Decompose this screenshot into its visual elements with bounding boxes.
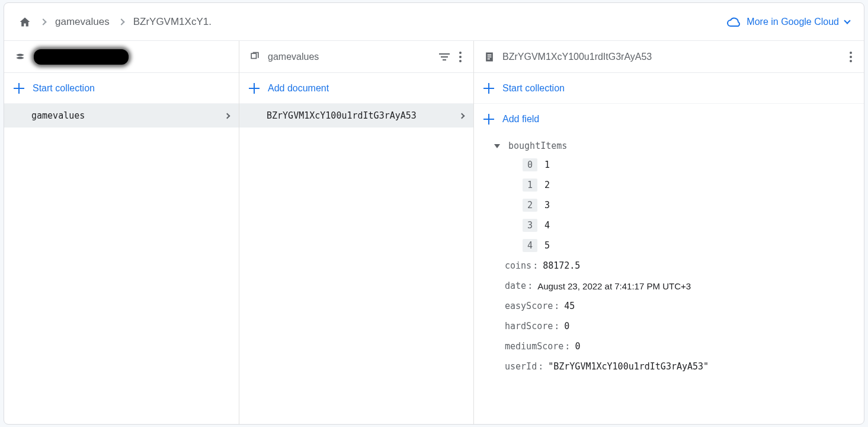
home-icon[interactable] [18, 16, 31, 28]
add-field-label: Add field [502, 114, 539, 125]
field-row[interactable]: easyScore:45 [474, 296, 864, 316]
array-index: 1 [523, 179, 537, 192]
breadcrumb-item[interactable]: gamevalues [55, 16, 110, 28]
add-document-button[interactable]: Add document [239, 73, 473, 104]
array-value: 3 [544, 200, 550, 211]
field-key: boughtItems [508, 141, 567, 151]
field-value: 0 [575, 341, 580, 352]
document-detail-title: BZrYGVM1XcY100u1rdItG3rAyA53 [502, 52, 840, 62]
documents-column-title: gamevalues [268, 52, 432, 62]
documents-column: gamevalues Add document BZrYGVM1XcY100u1… [239, 41, 474, 424]
array-value: 1 [544, 160, 550, 170]
field-value: "BZrYGVM1XcY100u1rdItG3rAyA53" [548, 361, 709, 372]
field-key: date [505, 281, 526, 291]
filter-icon[interactable] [439, 53, 450, 60]
chevron-right-icon [225, 113, 230, 119]
breadcrumb: gamevalues BZrYGVM1XcY1. More in Google … [4, 3, 864, 41]
document-detail-header: BZrYGVM1XcY100u1rdItG3rAyA53 [474, 41, 864, 73]
array-item[interactable]: 45 [474, 235, 864, 256]
field-value: 88172.5 [543, 260, 580, 271]
collection-item-gamevalues[interactable]: gamevalues [4, 104, 239, 128]
project-name-redacted [34, 49, 129, 65]
more-in-google-cloud-link[interactable]: More in Google Cloud [726, 17, 850, 27]
start-collection-button[interactable]: Start collection [4, 73, 239, 104]
array-item[interactable]: 01 [474, 155, 864, 175]
add-document-label: Add document [268, 83, 329, 94]
field-boughtitems[interactable]: boughtItems [474, 137, 864, 155]
chevron-right-icon [459, 113, 465, 119]
field-colon: : [527, 281, 533, 291]
collections-list: gamevalues [4, 104, 239, 424]
array-value: 5 [544, 240, 550, 251]
array-item[interactable]: 23 [474, 195, 864, 215]
array-index: 3 [523, 219, 537, 232]
more-in-google-cloud-label: More in Google Cloud [747, 17, 839, 27]
field-colon: : [565, 341, 570, 352]
documents-column-header: gamevalues [239, 41, 473, 73]
plus-icon [483, 114, 494, 125]
field-row[interactable]: date:August 23, 2022 at 7:41:17 PM UTC+3 [474, 276, 864, 296]
plus-icon [249, 83, 260, 94]
array-value: 4 [544, 220, 550, 231]
root-column-header [4, 41, 239, 73]
chevron-right-icon [118, 18, 124, 25]
add-field-button[interactable]: Add field [474, 104, 864, 135]
document-detail-column: BZrYGVM1XcY100u1rdItG3rAyA53 Start colle… [474, 41, 864, 424]
root-column: Start collection gamevalues [4, 41, 239, 424]
field-row[interactable]: mediumScore:0 [474, 336, 864, 356]
plus-icon [14, 83, 24, 94]
document-fields: boughtItems 0112233445 coins:88172.5date… [474, 135, 864, 424]
field-key: userId [505, 361, 537, 372]
expand-toggle-icon[interactable] [494, 144, 500, 148]
field-value: August 23, 2022 at 7:41:17 PM UTC+3 [537, 281, 691, 291]
overflow-menu-icon[interactable] [457, 49, 464, 65]
overflow-menu-icon[interactable] [847, 49, 854, 65]
start-subcollection-label: Start collection [502, 83, 565, 94]
field-row[interactable]: hardScore:0 [474, 316, 864, 336]
array-index: 4 [523, 239, 537, 252]
database-root-icon [14, 51, 27, 63]
field-key: coins [505, 260, 531, 271]
field-colon: : [533, 260, 538, 271]
document-item[interactable]: BZrYGVM1XcY100u1rdItG3rAyA53 [239, 104, 473, 128]
field-colon: : [554, 301, 559, 311]
array-index: 2 [523, 199, 537, 212]
field-value: 45 [564, 301, 575, 311]
field-colon: : [554, 321, 559, 332]
chevron-right-icon [40, 18, 46, 25]
cloud-icon [726, 17, 741, 27]
collection-item-label: gamevalues [31, 110, 220, 121]
field-colon: : [538, 361, 543, 372]
array-index: 0 [523, 158, 537, 171]
start-subcollection-button[interactable]: Start collection [474, 73, 864, 104]
field-row[interactable]: coins:88172.5 [474, 256, 864, 276]
array-value: 2 [544, 180, 550, 190]
breadcrumb-item[interactable]: BZrYGVM1XcY1. [133, 16, 212, 28]
field-key: hardScore [505, 321, 553, 332]
field-key: easyScore [505, 301, 553, 311]
document-icon [483, 51, 495, 63]
documents-list: BZrYGVM1XcY100u1rdItG3rAyA53 [239, 104, 473, 424]
start-collection-label: Start collection [33, 83, 95, 94]
collection-icon [249, 51, 261, 63]
field-key: mediumScore [505, 341, 563, 352]
chevron-down-icon [844, 17, 850, 24]
field-value: 0 [564, 321, 569, 332]
document-item-label: BZrYGVM1XcY100u1rdItG3rAyA53 [267, 110, 455, 121]
field-row[interactable]: userId:"BZrYGVM1XcY100u1rdItG3rAyA53" [474, 356, 864, 377]
array-item[interactable]: 12 [474, 175, 864, 195]
array-item[interactable]: 34 [474, 215, 864, 235]
plus-icon [483, 83, 494, 94]
